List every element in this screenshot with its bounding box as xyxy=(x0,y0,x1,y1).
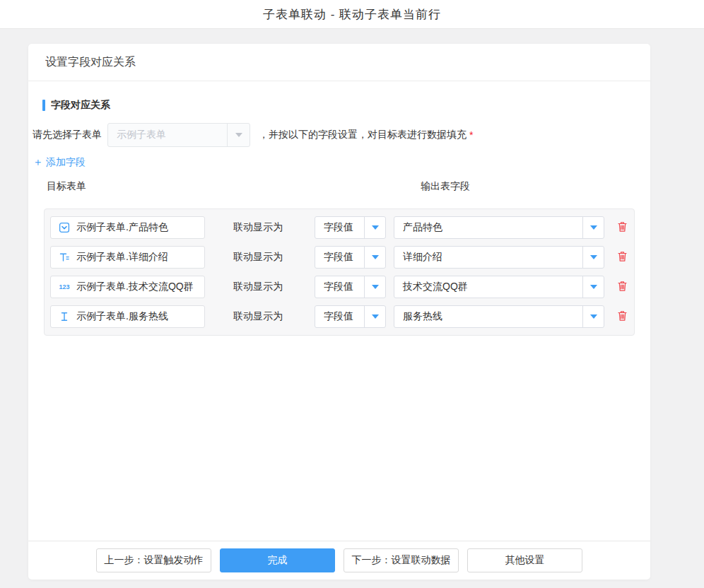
page-title: 子表单联动 - 联动子表单当前行 xyxy=(263,6,441,23)
value-type-value: 字段值 xyxy=(315,276,364,298)
field-mapping-row: 示例子表单.服务热线 联动显示为 字段值 服务热线 xyxy=(45,302,634,331)
value-type-select[interactable]: 字段值 xyxy=(315,276,386,298)
textarea-field-icon xyxy=(58,252,71,263)
number-field-icon: 123 xyxy=(58,281,71,293)
subform-selector-label: 请先选择子表单 xyxy=(33,129,102,141)
finish-button[interactable]: 完成 xyxy=(220,548,335,572)
selector-hint-text: ，并按以下的字段设置，对目标表进行数据填充 xyxy=(259,129,467,141)
card-header: 设置字段对应关系 xyxy=(28,44,650,81)
output-field-select[interactable]: 服务热线 xyxy=(394,305,604,328)
link-display-label: 联动显示为 xyxy=(233,221,283,234)
section-title: 字段对应关系 xyxy=(42,99,635,112)
chevron-down-icon[interactable] xyxy=(364,306,385,327)
subform-selector-row: 请先选择子表单 示例子表单 ，并按以下的字段设置，对目标表进行数据填充 * xyxy=(33,123,635,147)
chevron-down-icon[interactable] xyxy=(364,217,385,238)
trash-icon xyxy=(617,310,628,324)
footer-button-2[interactable]: 下一步：设置联动数据 xyxy=(344,548,459,572)
value-type-select[interactable]: 字段值 xyxy=(315,216,386,239)
plus-icon: ＋ xyxy=(33,155,43,169)
target-field-box[interactable]: 示例子表单.详细介绍 xyxy=(50,246,205,269)
value-type-select[interactable]: 字段值 xyxy=(315,305,386,328)
link-display-label: 联动显示为 xyxy=(233,251,283,264)
delete-row-button[interactable] xyxy=(616,281,628,293)
delete-row-button[interactable] xyxy=(616,221,628,234)
footer-action-bar: 上一步：设置触发动作 完成 下一步：设置联动数据 其他设置 xyxy=(28,541,650,580)
field-mapping-row: 123 示例子表单.技术交流QQ群 联动显示为 字段值 技术交流QQ群 xyxy=(45,272,634,302)
output-field-select[interactable]: 产品特色 xyxy=(394,216,604,239)
column-target-form: 目标表单 xyxy=(47,180,86,193)
link-display-label: 联动显示为 xyxy=(233,281,283,293)
target-field-name: 示例子表单.产品特色 xyxy=(76,221,168,234)
chevron-down-icon[interactable] xyxy=(364,276,385,298)
value-type-value: 字段值 xyxy=(315,247,364,268)
delete-row-button[interactable] xyxy=(616,310,628,323)
target-field-box[interactable]: 示例子表单.服务热线 xyxy=(50,305,205,328)
field-mapping-group: 示例子表单.产品特色 联动显示为 字段值 产品特色 示例子表单.详细介绍 联动显… xyxy=(44,208,635,336)
trash-icon xyxy=(617,281,628,294)
chevron-down-icon[interactable] xyxy=(582,276,604,298)
input-field-icon xyxy=(58,311,71,322)
chevron-down-icon[interactable] xyxy=(364,247,385,268)
trash-icon xyxy=(617,221,628,235)
select-field-icon xyxy=(58,222,71,233)
output-field-value: 技术交流QQ群 xyxy=(394,276,582,298)
card-body: 字段对应关系 请先选择子表单 示例子表单 ，并按以下的字段设置，对目标表进行数据… xyxy=(28,81,650,541)
subform-select-value: 示例子表单 xyxy=(108,124,227,146)
chevron-down-icon[interactable] xyxy=(582,306,604,327)
output-field-select[interactable]: 详细介绍 xyxy=(394,246,604,269)
target-field-name: 示例子表单.服务热线 xyxy=(76,310,168,323)
columns-header: 目标表单 输出表字段 xyxy=(44,180,635,194)
footer-button-3[interactable]: 其他设置 xyxy=(467,548,582,572)
trash-icon xyxy=(617,251,628,264)
output-field-value: 详细介绍 xyxy=(394,247,582,268)
value-type-select[interactable]: 字段值 xyxy=(315,246,386,269)
add-field-link[interactable]: ＋ 添加字段 xyxy=(33,155,86,169)
value-type-value: 字段值 xyxy=(315,306,364,327)
chevron-down-icon[interactable] xyxy=(582,217,604,238)
subform-select[interactable]: 示例子表单 xyxy=(107,123,250,147)
target-field-box[interactable]: 123 示例子表单.技术交流QQ群 xyxy=(50,276,205,298)
target-field-name: 示例子表单.详细介绍 xyxy=(76,251,168,264)
target-field-box[interactable]: 示例子表单.产品特色 xyxy=(50,216,205,239)
settings-card: 设置字段对应关系 字段对应关系 请先选择子表单 示例子表单 ，并按以下的字段设置… xyxy=(28,44,650,580)
add-field-label: 添加字段 xyxy=(46,156,86,169)
field-mapping-row: 示例子表单.详细介绍 联动显示为 字段值 详细介绍 xyxy=(45,242,634,272)
output-field-value: 产品特色 xyxy=(394,217,582,238)
field-mapping-row: 示例子表单.产品特色 联动显示为 字段值 产品特色 xyxy=(45,213,634,242)
output-field-value: 服务热线 xyxy=(394,306,582,327)
required-asterisk: * xyxy=(469,129,473,141)
section-accent-bar xyxy=(42,100,45,111)
chevron-down-icon xyxy=(227,124,250,146)
value-type-value: 字段值 xyxy=(315,217,364,238)
target-field-name: 示例子表单.技术交流QQ群 xyxy=(76,281,194,293)
card-title: 设置字段对应关系 xyxy=(45,55,136,70)
top-header-bar: 子表单联动 - 联动子表单当前行 xyxy=(0,0,704,29)
section-title-text: 字段对应关系 xyxy=(51,99,110,112)
footer-button-0[interactable]: 上一步：设置触发动作 xyxy=(96,548,211,572)
chevron-down-icon[interactable] xyxy=(582,247,604,268)
output-field-select[interactable]: 技术交流QQ群 xyxy=(394,276,604,298)
column-output-field: 输出表字段 xyxy=(421,180,470,193)
link-display-label: 联动显示为 xyxy=(233,310,283,323)
delete-row-button[interactable] xyxy=(616,251,628,264)
